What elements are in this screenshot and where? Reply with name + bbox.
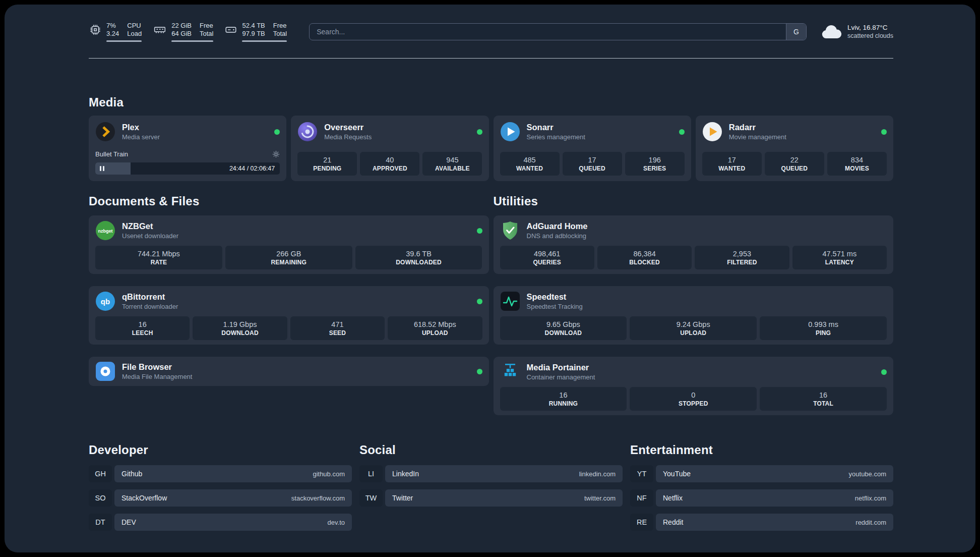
stat-leech: 16 LEECH [95,316,190,340]
bookmark-netflix[interactable]: NF Netflix netflix.com [630,489,893,507]
plex-now-playing: Bullet Train 24:44 / 02:06:47 [95,149,280,175]
service-title: AdGuard Home [527,221,887,231]
service-subtitle: DNS and adblocking [527,232,887,240]
service-title: NZBGet [122,221,472,231]
svg-text:nzbget: nzbget [98,229,113,234]
service-card-radarr[interactable]: Radarr Movie management 17 WANTED 22 QUE… [696,116,893,181]
service-subtitle: Container management [527,373,877,381]
stat-available: 945 AVAILABLE [422,152,482,176]
section-heading-documents: Documents & Files [89,194,489,208]
stat-pending: 21 PENDING [297,152,357,176]
bookmark-linkedin[interactable]: LI LinkedIn linkedin.com [359,465,623,482]
cpu-usage-bar [106,40,142,42]
disk-widget: 52.4 TB 97.9 TB Free Total [224,22,287,42]
stat-download: 1.19 Gbps DOWNLOAD [193,316,287,340]
service-subtitle: Media File Management [122,372,472,381]
service-subtitle: Series management [527,133,674,141]
stat-wanted: 17 WANTED [702,152,762,176]
memory-usage-bar [171,40,213,42]
cpu-icon [89,23,102,36]
plex-icon [95,122,115,142]
section-heading-developer: Developer [89,442,352,457]
service-card-filebrowser[interactable]: File Browser Media File Management [89,357,489,386]
stat-blocked: 86,384 BLOCKED [597,246,692,269]
stat-downloaded: 39.6 TB DOWNLOADED [355,246,482,269]
service-title: File Browser [122,362,472,372]
dashboard: 7% 3.24 CPU Load [5,5,975,552]
search-input[interactable] [310,24,786,40]
bookmark-twitter[interactable]: TW Twitter twitter.com [359,489,623,507]
pause-icon[interactable] [100,166,104,171]
cloud-icon [821,24,842,39]
service-card-adguard[interactable]: AdGuard Home DNS and adblocking 498,461 … [494,215,894,274]
service-card-speedtest[interactable]: Speedtest Speedtest Tracking 9.65 Gbps D… [494,286,894,345]
stat-seed: 471 SEED [290,316,385,340]
qbittorrent-icon: qb [95,291,115,311]
cpu-labels: CPU Load [127,22,142,38]
service-subtitle: Speedtest Tracking [527,302,887,311]
status-dot [477,299,482,304]
topbar-divider [89,58,893,59]
status-dot [477,369,482,374]
stat-remaining: 266 GB REMAINING [225,246,352,269]
service-card-sonarr[interactable]: Sonarr Series management 485 WANTED 17 Q… [494,116,691,181]
status-dot [477,228,482,234]
filebrowser-icon [95,361,115,381]
stat-series: 196 SERIES [625,152,685,176]
stat-movies: 834 MOVIES [827,152,887,176]
weather-location: Lviv, 16.87°C [847,23,893,32]
search-bar: G [309,23,807,40]
service-card-nzbget[interactable]: nzbget NZBGet Usenet downloader 744.21 M… [89,215,489,274]
section-documents-files: Documents & Files nzbget NZBGet U [89,194,489,386]
service-title: Radarr [729,122,876,132]
service-title: Overseerr [324,122,471,132]
bookmark-stackoverflow[interactable]: SO StackOverflow stackoverflow.com [89,489,352,507]
status-dot [274,129,280,135]
memory-icon [153,23,167,36]
disk-icon [224,23,237,36]
bookmark-youtube[interactable]: YT YouTube youtube.com [630,465,893,482]
stat-ping: 0.993 ms PING [760,316,887,340]
portainer-icon [500,362,520,382]
stat-latency: 47.571 ms LATENCY [792,246,887,269]
service-card-overseerr[interactable]: Overseerr Media Requests 21 PENDING 40 A… [291,116,488,181]
stat-running: 16 RUNNING [500,387,627,411]
section-utilities: Utilities [494,194,894,415]
stat-upload: 9.24 Gbps UPLOAD [630,316,757,340]
memory-widget: 22 GiB 64 GiB Free Total [153,22,213,42]
bookmark-group-social: Social LI LinkedIn linkedin.com TW Twitt… [359,442,623,514]
weather-widget: Lviv, 16.87°C scattered clouds [821,23,893,40]
service-card-qbittorrent[interactable]: qb qBittorrent Torrent downloader 16 LEE… [89,286,489,345]
bookmark-reddit[interactable]: RE Reddit reddit.com [630,514,893,531]
playback-time: 24:44 / 02:06:47 [229,165,275,172]
stat-stopped: 0 STOPPED [630,387,757,411]
service-card-plex[interactable]: Plex Media server Bullet Train [89,116,286,181]
cpu-widget: 7% 3.24 CPU Load [89,22,142,42]
status-dot [881,369,887,375]
section-heading-entertainment: Entertainment [630,442,893,457]
service-title: Plex [122,122,269,132]
disk-values: 52.4 TB 97.9 TB [242,22,265,38]
sonarr-icon [500,122,520,142]
stat-download: 9.65 Gbps DOWNLOAD [500,316,627,340]
bookmark-github[interactable]: GH Github github.com [89,465,352,482]
service-title: Speedtest [527,292,887,302]
gear-icon[interactable] [272,150,280,158]
status-dot [477,129,482,135]
service-title: Sonarr [527,122,674,132]
stat-queued: 22 QUEUED [765,152,824,176]
stat-filtered: 2,953 FILTERED [695,246,789,269]
stat-rate: 744.21 Mbps RATE [95,246,222,269]
bookmark-group-entertainment: Entertainment YT YouTube youtube.com NF … [630,442,893,538]
section-heading-social: Social [359,442,623,457]
bookmark-dev[interactable]: DT DEV dev.to [89,514,352,531]
service-subtitle: Media server [122,133,269,141]
service-card-portainer[interactable]: Media Portainer Container management 16 … [494,357,894,415]
search-provider-button[interactable]: G [786,24,806,40]
disk-usage-bar [242,40,287,42]
top-bar: 7% 3.24 CPU Load [89,20,893,44]
section-heading-utilities: Utilities [494,194,894,208]
memory-values: 22 GiB 64 GiB [171,22,192,38]
service-subtitle: Torrent downloader [122,302,472,311]
weather-condition: scattered clouds [847,32,893,40]
